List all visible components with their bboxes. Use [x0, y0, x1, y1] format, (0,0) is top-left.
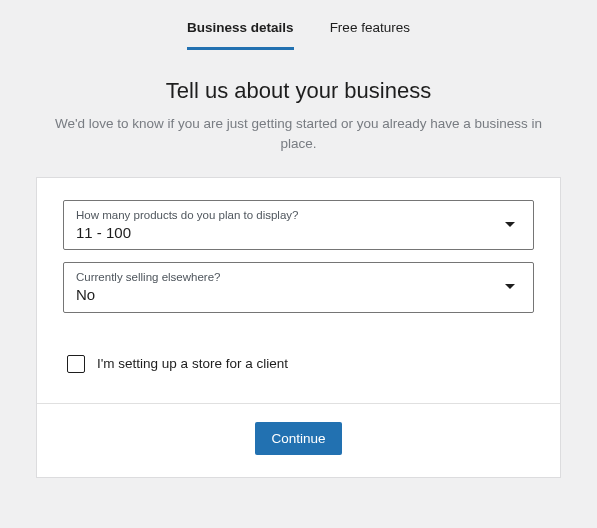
form-card: How many products do you plan to display… — [36, 177, 561, 478]
selling-select-label: Currently selling elsewhere? — [76, 271, 521, 283]
continue-button[interactable]: Continue — [255, 422, 341, 455]
tab-free-features[interactable]: Free features — [330, 20, 410, 50]
products-select-value: 11 - 100 — [76, 224, 131, 241]
products-select-label: How many products do you plan to display… — [76, 209, 521, 221]
tab-bar: Business details Free features — [0, 0, 597, 50]
tab-business-details[interactable]: Business details — [187, 20, 294, 50]
form-card-footer: Continue — [37, 403, 560, 477]
chevron-down-icon — [505, 284, 515, 290]
page-title: Tell us about your business — [40, 78, 557, 104]
chevron-down-icon — [505, 222, 515, 228]
selling-select[interactable]: Currently selling elsewhere? No — [63, 262, 534, 313]
client-checkbox[interactable] — [67, 355, 85, 373]
client-checkbox-row: I'm setting up a store for a client — [63, 355, 534, 373]
heading-block: Tell us about your business We'd love to… — [0, 50, 597, 177]
client-checkbox-label: I'm setting up a store for a client — [97, 356, 288, 371]
products-select[interactable]: How many products do you plan to display… — [63, 200, 534, 251]
page-subtitle: We'd love to know if you are just gettin… — [40, 114, 557, 155]
form-card-body: How many products do you plan to display… — [37, 178, 560, 403]
selling-select-value: No — [76, 286, 95, 303]
